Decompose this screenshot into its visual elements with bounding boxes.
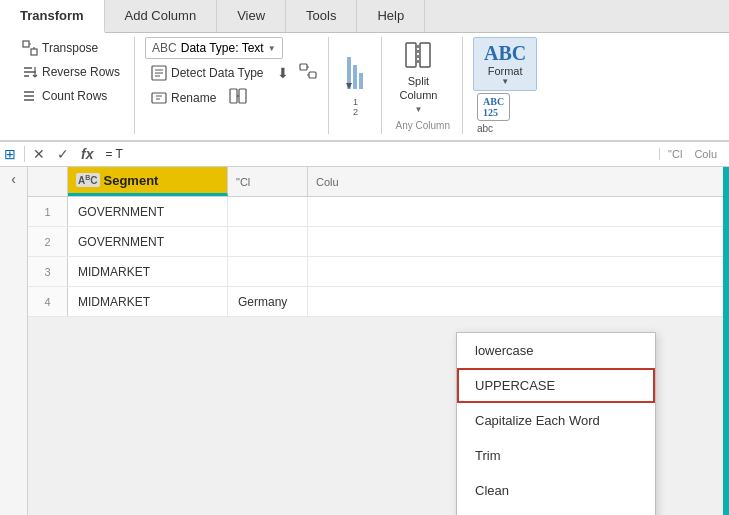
svg-rect-13 [309,72,316,78]
content-area: ‹ ABC Segment "Cl Colu 1 GOVERNMENT [0,167,729,515]
svg-rect-12 [300,64,307,70]
cell-segment-3[interactable]: MIDMARKET [68,257,228,286]
any-column-label: Any Column [392,120,454,131]
svg-rect-21 [353,65,357,89]
format-button[interactable]: ABC Format ▼ [473,37,537,91]
svg-rect-18 [239,89,246,103]
tab-help[interactable]: Help [357,0,425,32]
reverse-rows-button[interactable]: Reverse Rows [16,61,126,83]
count-rows-label: Count Rows [42,89,107,103]
detect-datatype-label: Detect Data Type [171,66,264,80]
segment-column-header[interactable]: ABC Segment [68,167,228,196]
split-column-button[interactable]: SplitColumn ▼ [392,37,446,118]
ribbon-group-split: SplitColumn ▼ Any Column [384,37,463,134]
cell-right-2 [228,227,308,256]
svg-rect-17 [230,89,237,103]
cell-segment-4[interactable]: MIDMARKET [68,287,228,316]
transpose-button[interactable]: Transpose [16,37,104,59]
rename-row: Rename [145,86,250,109]
datatype-selector[interactable]: ABC Data Type: Text ▼ [145,37,283,59]
cell-right-3 [228,257,308,286]
tab-tools[interactable]: Tools [286,0,357,32]
sort-asc-icon [345,55,367,93]
formula-bar-left: ⊞ [4,146,25,162]
rename-button[interactable]: Rename [145,87,222,109]
teal-scroll-bar [723,167,729,515]
table-row[interactable]: 2 GOVERNMENT [28,227,729,257]
sort-down-icon: ⬇ [277,65,289,81]
cell-right-1 [228,197,308,226]
detect-datatype-row: Detect Data Type ⬇ [145,61,320,84]
right-col-preview: "Cl [659,148,682,160]
cell-segment-2[interactable]: GOVERNMENT [68,227,228,256]
tab-add-column[interactable]: Add Column [105,0,218,32]
cancel-button[interactable]: ✕ [29,144,49,164]
fx-button[interactable]: fx [77,144,97,164]
tab-bar: Transform Add Column View Tools Help [0,0,729,33]
row-num-1: 1 [28,197,68,226]
format-dropdown-menu: lowercase UPPERCASE Capitalize Each Word… [456,332,656,515]
table-row[interactable]: 4 MIDMARKET Germany [28,287,729,317]
reverse-rows-icon [22,64,38,80]
table-icon: ⊞ [4,146,16,162]
menu-item-trim[interactable]: Trim [457,438,655,473]
formula-input[interactable] [101,145,655,163]
menu-item-lowercase[interactable]: lowercase [457,333,655,368]
cell-right-4: Germany [228,287,308,316]
cell-segment-1[interactable]: GOVERNMENT [68,197,228,226]
menu-item-uppercase[interactable]: UPPERCASE [457,368,655,403]
sort-asc-button[interactable]: 12 [339,52,373,120]
ribbon-group-sort: 12 [331,37,382,134]
tab-view[interactable]: View [217,0,286,32]
count-rows-icon [22,88,38,104]
menu-item-clean[interactable]: Clean [457,473,655,508]
menu-item-capitalize[interactable]: Capitalize Each Word [457,403,655,438]
transpose-label: Transpose [42,41,98,55]
replace-icon [299,63,317,82]
table-container: ABC Segment "Cl Colu 1 GOVERNMENT 2 GOVE… [28,167,729,515]
menu-item-add-prefix[interactable]: Add Prefix [457,508,655,515]
segment-col-title: Segment [104,173,159,188]
confirm-button[interactable]: ✓ [53,144,73,164]
format-arrow-icon: ▼ [501,77,509,86]
datatype-icon: ABC [152,41,177,55]
ribbon-group-format: ABC Format ▼ ABC125 abc [465,37,545,134]
table-row[interactable]: 3 MIDMARKET [28,257,729,287]
abc-125-icon: ABC125 [477,93,510,121]
row-num-2: 2 [28,227,68,256]
svg-rect-1 [31,49,37,55]
svg-rect-22 [359,73,363,89]
detect-datatype-icon [151,65,167,81]
datatype-row: ABC Data Type: Text ▼ [145,37,283,59]
count-rows-button[interactable]: Count Rows [16,85,113,107]
ribbon: Transpose Reverse Rows Count Rows [0,33,729,142]
transpose-row: Transpose [16,37,104,59]
transpose-icon [22,40,38,56]
table-row[interactable]: 1 GOVERNMENT [28,197,729,227]
format-abc-icon: ABC [484,42,526,65]
svg-rect-0 [23,41,29,47]
tab-transform[interactable]: Transform [0,0,105,33]
split-column-arrow-icon: ▼ [415,105,423,114]
reverse-rows-label: Reverse Rows [42,65,120,79]
row-num-header [28,167,68,196]
ribbon-group-datatype: ABC Data Type: Text ▼ Detect Data Type ⬇ [137,37,329,134]
replace-button[interactable] [296,61,320,84]
row-num-3: 3 [28,257,68,286]
collapse-icon[interactable]: ‹ [11,171,16,187]
abc-lower-icon: abc [477,123,510,134]
split-column-icon [404,41,432,72]
datatype-label: Data Type: Text [181,41,264,55]
count-rows-row: Count Rows [16,85,113,107]
left-panel[interactable]: ‹ [0,167,28,515]
reverse-rows-row: Reverse Rows [16,61,126,83]
formula-bar: ⊞ ✕ ✓ fx "Cl Colu [0,142,729,167]
detect-datatype-button[interactable]: Detect Data Type [145,62,270,84]
ribbon-group-table: Transpose Reverse Rows Count Rows [8,37,135,134]
move-button[interactable] [226,86,250,109]
right-col-header: "Cl [228,167,308,196]
table-header: ABC Segment "Cl Colu [28,167,729,197]
sort-down-button[interactable]: ⬇ [274,63,292,83]
format-label: Format [488,65,523,77]
rename-label: Rename [171,91,216,105]
